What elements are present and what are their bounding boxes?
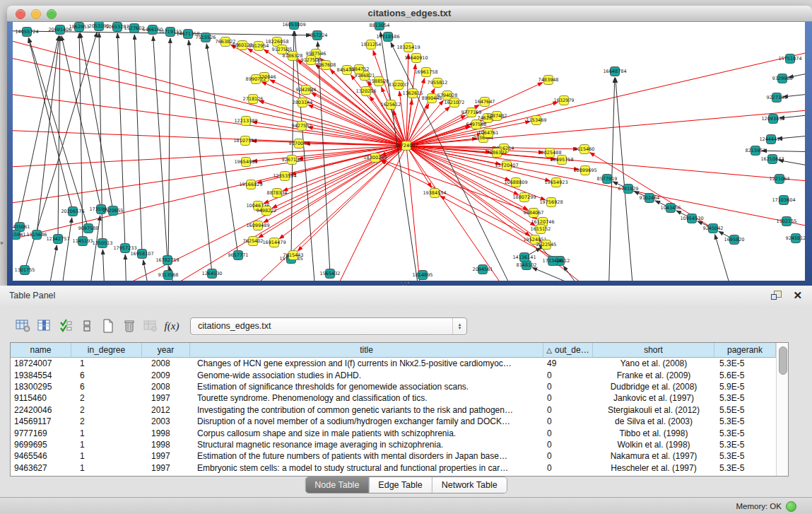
graph-node[interactable]: 14136141 [512,253,536,262]
graph-node[interactable]: 1831254 [361,40,382,49]
graph-node[interactable]: 1115686 [27,230,47,240]
graph-node[interactable]: 16961758 [414,68,437,77]
graph-node[interactable]: 18107554 [233,136,257,146]
table-row[interactable]: 2242004622012Investigating the contribut… [11,404,776,416]
table-row[interactable]: 946362711997Embryonic stem cells: a mode… [11,462,776,474]
column-header-pagerank[interactable]: pagerank [714,343,776,358]
table-row[interactable]: 911546021997Tourette syndrome. Phenomeno… [11,392,776,404]
table-row[interactable]: 1456911722003Disruption of a novel membe… [11,416,776,427]
graph-node[interactable]: 8322037 [389,81,409,90]
table-row[interactable]: 1830029562008Estimation of significance … [11,381,776,392]
graph-node[interactable]: 12093832 [761,115,784,124]
graph-node[interactable]: 3915941 [13,230,25,240]
table-row[interactable]: 946554611997Estimation of the future num… [11,450,776,462]
graph-node[interactable]: 2522545 [536,240,557,250]
graph-node[interactable]: 12444415 [759,135,782,144]
function-builder-button[interactable]: f(x) [161,316,182,336]
graph-node[interactable]: 18807299 [512,193,536,202]
column-header-year[interactable]: year [142,343,190,358]
graph-node[interactable]: 1565432 [320,269,341,279]
graph-node[interactable]: 19166829 [239,180,262,189]
column-header-out_de[interactable]: △out_de… [543,343,593,358]
graph-node[interactable]: 12353594 [273,172,296,181]
graph-node[interactable]: 19384554 [423,189,446,198]
graph-node[interactable]: 7955812 [428,78,448,88]
graph-node[interactable]: 10688809 [504,178,527,187]
column-header-in_degree[interactable]: in_degree [71,343,142,358]
graph-node[interactable]: 14055724 [15,28,38,37]
graph-node[interactable]: 7625402 [243,237,264,246]
graph-node[interactable]: 8813054 [370,22,390,30]
graph-node[interactable]: 1588520 [369,77,389,86]
graph-node[interactable]: 1814895 [413,271,433,280]
graph-node[interactable]: 16914479 [262,238,286,247]
graph-node[interactable]: 9227343 [767,93,787,103]
tab-node-table[interactable]: Node Table [305,477,368,493]
graph-node[interactable]: 7857224 [307,31,328,40]
table-row[interactable]: 977716911998Corpus callosum shape and si… [11,427,776,438]
graph-node[interactable]: 8215953 [746,146,766,156]
graph-node[interactable]: 9170043 [289,139,310,148]
graph-node[interactable]: 1632979 [554,96,575,105]
graph-node[interactable]: 20206576 [61,207,84,216]
graph-node[interactable]: 19654985 [234,158,257,167]
graph-node[interactable]: 17103604 [772,196,795,205]
graph-node[interactable]: 12213389 [234,117,257,126]
graph-node[interactable]: 10899695 [573,166,596,175]
close-icon[interactable]: ✕ [793,288,802,303]
show-columns-button[interactable] [34,316,55,336]
graph-node[interactable]: 19218586 [376,33,399,42]
graph-node[interactable]: 16099489 [246,221,269,230]
graph-node[interactable]: 1647647 [475,98,495,107]
tab-network-table[interactable]: Network Table [432,477,507,493]
graph-node[interactable]: 18325419 [396,43,420,52]
graph-node[interactable]: 8186328 [283,52,303,61]
graph-node[interactable]: 9657771 [228,251,249,260]
network-canvas[interactable]: 1405572420691406186295320531901065328715… [13,22,805,281]
graph-node[interactable]: 16648784 [603,67,626,76]
network-window-titlebar[interactable]: citations_edges.txt [7,6,812,22]
graph-node[interactable]: 9242844 [296,86,317,95]
graph-node[interactable]: 2718126 [243,95,264,104]
graph-node[interactable]: 19654923 [544,178,567,187]
table-scrollbar-thumb[interactable] [779,346,787,375]
graph-node[interactable]: 16053809 [282,22,305,30]
graph-node[interactable]: 12342757 [46,235,69,244]
graph-node[interactable]: 2367608 [316,61,336,70]
table-settings-button[interactable] [13,316,34,336]
graph-node[interactable]: 9498222 [257,206,277,216]
create-column-button[interactable] [98,316,119,336]
table-row[interactable]: 969969511998Structural magnetic resonanc… [11,439,776,450]
row-height-button[interactable] [76,316,98,336]
graph-node[interactable]: 9245012 [786,234,805,243]
graph-node[interactable]: 16210643 [760,155,784,164]
table-row[interactable]: 1872400712008Changes of HCN gene express… [11,358,776,369]
graph-node[interactable]: 1862953 [69,23,90,32]
graph-node[interactable]: 10954530 [680,214,703,223]
delete-column-button[interactable] [119,316,140,336]
network-canvas-svg[interactable]: 1405572420691406186295320531901065328715… [13,22,805,281]
graph-node[interactable]: 1320216 [356,87,377,96]
column-header-name[interactable]: name [11,343,71,358]
select-all-button[interactable] [55,316,76,336]
graph-node[interactable]: 9115460 [575,145,595,154]
graph-node[interactable]: 9097588 [78,224,99,233]
graph-node[interactable]: 9329966 [772,74,793,83]
graph-node[interactable]: 9245042 [703,224,724,233]
graph-node[interactable]: 1145193 [73,237,93,246]
graph-node[interactable]: 19756928 [539,198,563,207]
graph-node[interactable]: 1621072 [445,98,465,107]
graph-node[interactable]: 1264530 [202,269,223,279]
graph-node[interactable]: 2094561 [473,265,493,274]
table-row[interactable]: 1938455462009Genome-wide association stu… [11,369,776,380]
table-select-dropdown[interactable]: citations_edges.txt ▲▼ [190,317,467,335]
graph-node[interactable]: 1615152 [531,225,551,234]
graph-node[interactable]: 16782759 [155,256,179,265]
table-scrollbar[interactable] [776,343,788,476]
graph-node[interactable]: 1102155 [777,217,797,226]
graph-node[interactable]: 1221064 [770,175,790,184]
graph-node[interactable]: 9684067 [524,209,544,218]
graph-node[interactable]: 9313568 [158,271,179,280]
graph-node[interactable]: 15720407 [495,161,518,170]
graph-node[interactable]: 16495758 [550,156,573,165]
